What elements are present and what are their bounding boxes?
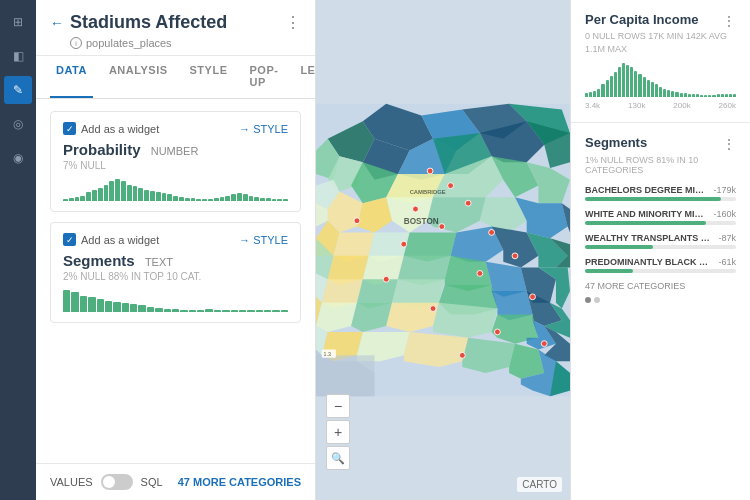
- more-options-icon[interactable]: ⋮: [285, 13, 301, 32]
- sql-label: SQL: [141, 476, 163, 488]
- income-histogram-bar: [708, 95, 711, 97]
- zoom-out-button[interactable]: −: [326, 394, 350, 418]
- svg-marker-55: [433, 303, 497, 338]
- stadium-dot: [413, 206, 419, 212]
- stadium-dot: [512, 253, 518, 259]
- segment-item-2: WEALTHY TRANSPLANTS DISPL... -87k: [585, 233, 736, 249]
- histogram-bar: [92, 190, 97, 201]
- segments-style-text: → STYLE: [239, 234, 288, 246]
- income-histogram-bar: [717, 94, 720, 97]
- histogram-bar: [121, 181, 126, 201]
- histogram-bar: [138, 188, 143, 201]
- income-histogram-bar: [700, 95, 703, 97]
- eye-icon[interactable]: ◉: [4, 144, 32, 172]
- income-histogram-bar: [725, 94, 728, 97]
- segment-item-1: WHITE AND MINORITY MIX MU... -160k: [585, 209, 736, 225]
- pencil-icon[interactable]: ✎: [4, 76, 32, 104]
- stadium-dot: [401, 241, 407, 247]
- income-histogram-bar: [692, 94, 695, 97]
- map-area[interactable]: CAMBRIDGE BOSTON 1.3 − + 🔍 CARTO: [316, 0, 570, 500]
- histogram-bar: [272, 310, 279, 312]
- dot-2[interactable]: [594, 297, 600, 303]
- segments-widget-label: Add as a widget: [81, 234, 159, 246]
- tab-style[interactable]: STYLE: [184, 56, 234, 98]
- histogram-bar: [86, 192, 91, 201]
- segments-header: ✓ Add as a widget → STYLE: [63, 233, 288, 246]
- segments-style-link[interactable]: → STYLE: [239, 234, 288, 246]
- segment-bar-fill-0: [585, 197, 721, 201]
- income-histogram-bar: [704, 95, 707, 97]
- histogram-bar: [144, 190, 149, 201]
- dot-1[interactable]: [585, 297, 591, 303]
- histogram-bar: [150, 191, 155, 201]
- add-widget-probability[interactable]: ✓ Add as a widget: [63, 122, 159, 135]
- histogram-bar: [197, 310, 204, 312]
- sidebar: ⊞ ◧ ✎ ◎ ◉: [0, 0, 36, 500]
- segment-val-0: -179k: [713, 185, 736, 195]
- search-map-button[interactable]: 🔍: [326, 446, 350, 470]
- histogram-bar: [220, 197, 225, 201]
- income-histogram-bar: [643, 77, 646, 97]
- histogram-bar: [98, 188, 103, 201]
- income-histogram-bar: [667, 90, 670, 97]
- histogram-bar: [75, 197, 80, 201]
- segment-val-2: -87k: [718, 233, 736, 243]
- histogram-bar: [185, 198, 190, 201]
- map-label-boston: BOSTON: [404, 217, 439, 226]
- histogram-bar: [179, 197, 184, 201]
- values-sql-toggle[interactable]: [101, 474, 133, 490]
- layers-icon[interactable]: ◧: [4, 42, 32, 70]
- probability-field-card: ✓ Add as a widget → STYLE Probability NU…: [50, 111, 301, 212]
- income-more-icon[interactable]: ⋮: [722, 13, 736, 29]
- income-histogram-bar: [585, 93, 588, 97]
- page-title: Stadiums Affected: [70, 12, 227, 33]
- histogram-bar: [281, 310, 288, 312]
- income-stats: 0 NULL ROWS 17K MIN 142K AVG 1.1M MAX: [585, 30, 736, 55]
- footer-left: VALUES SQL: [50, 474, 163, 490]
- histogram-bar: [138, 305, 145, 312]
- histogram-bar: [130, 304, 137, 312]
- income-histogram-bar: [655, 84, 658, 97]
- probability-null-info: 7% NULL: [63, 160, 288, 171]
- tabs: DATA ANALYSIS STYLE POP-UP LEGEND: [36, 56, 315, 99]
- histogram-bar: [214, 310, 221, 312]
- probability-style-link[interactable]: → STYLE: [239, 123, 288, 135]
- histogram-bar: [109, 181, 114, 201]
- segments-checkbox[interactable]: ✓: [63, 233, 76, 246]
- tab-popup[interactable]: POP-UP: [243, 56, 284, 98]
- tab-data[interactable]: DATA: [50, 56, 93, 98]
- histogram-bar: [231, 310, 238, 312]
- stadium-dot: [465, 200, 471, 206]
- histogram-bar: [115, 179, 120, 201]
- segments-more-icon[interactable]: ⋮: [722, 136, 736, 152]
- histogram-bar: [260, 198, 265, 201]
- income-histogram-bar: [729, 94, 732, 97]
- income-histogram-bar: [659, 87, 662, 98]
- grid-icon[interactable]: ⊞: [4, 8, 32, 36]
- histogram-bar: [214, 198, 219, 201]
- histogram-bar: [231, 194, 236, 201]
- back-button[interactable]: ←: [50, 15, 64, 31]
- histogram-bar: [164, 309, 171, 312]
- tab-analysis[interactable]: ANALYSIS: [103, 56, 174, 98]
- pagination-dots: [585, 297, 736, 303]
- histogram-bar: [122, 303, 129, 312]
- segment-name-3: PREDOMINANTLY BLACK RENT...: [585, 257, 714, 267]
- income-histogram-bar: [684, 93, 687, 97]
- values-label: VALUES: [50, 476, 93, 488]
- stadium-dot: [439, 224, 445, 230]
- probability-checkbox[interactable]: ✓: [63, 122, 76, 135]
- users-icon[interactable]: ◎: [4, 110, 32, 138]
- income-histogram: [585, 61, 736, 97]
- source-label: i populates_places: [70, 37, 301, 49]
- map-label-cambridge: CAMBRIDGE: [410, 189, 446, 195]
- histogram-bar: [97, 299, 104, 312]
- zoom-in-button[interactable]: +: [326, 420, 350, 444]
- histogram-bar: [208, 199, 213, 201]
- histogram-bar: [180, 310, 187, 312]
- add-widget-segments[interactable]: ✓ Add as a widget: [63, 233, 159, 246]
- more-categories-link[interactable]: 47 MORE CATEGORIES: [178, 476, 301, 488]
- histogram-bar: [133, 186, 138, 201]
- toggle-knob: [103, 476, 115, 488]
- segment-row-2: WEALTHY TRANSPLANTS DISPL... -87k: [585, 233, 736, 243]
